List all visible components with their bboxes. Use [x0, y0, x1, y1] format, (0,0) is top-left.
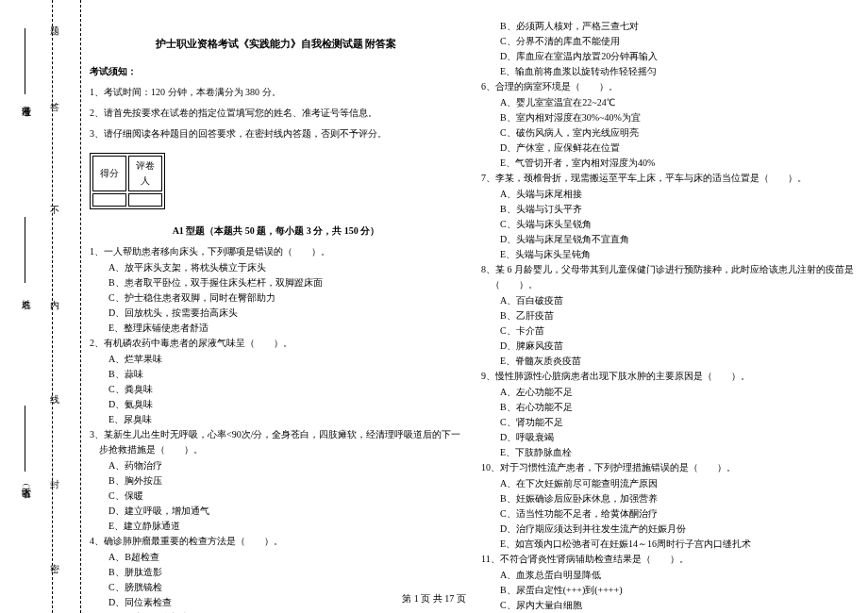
dashed-line-inner [80, 0, 81, 613]
question-option: C、头端与床头呈锐角 [481, 217, 854, 232]
score-value [92, 193, 126, 207]
left-column: 护士职业资格考试《实践能力》自我检测试题 附答案 考试须知： 1、考试时间：12… [90, 19, 462, 575]
question-option: A、百白破疫苗 [481, 293, 854, 308]
field-ticket-line [25, 28, 25, 94]
question-option: E、整理床铺使患者舒适 [90, 321, 462, 336]
question-option: B、头端与订头平齐 [481, 202, 854, 217]
question-stem: 2、有机磷农药中毒患者的尿液气味呈（ ）。 [90, 336, 462, 351]
right-column: B、必须两人核对，严格三查七对C、分界不清的库血不能使用D、库血应在室温内放置2… [481, 19, 854, 575]
section-a1-title: A1 型题（本题共 50 题，每小题 3 分，共 150 分） [90, 224, 462, 239]
question-option: E、输血前将血浆以旋转动作轻轻摇匀 [481, 64, 854, 79]
question-option: C、护士稳住患者双脚，同时在臀部助力 [90, 290, 462, 306]
question-option: A、药物治疗 [90, 458, 462, 473]
question-option: E、尿臭味 [90, 412, 462, 427]
question-stem: 8、某 6 月龄婴儿，父母带其到儿童保健门诊进行预防接种，此时应给该患儿注射的疫… [481, 262, 854, 292]
right-questions: B、必须两人核对，严格三查七对C、分界不清的库血不能使用D、库血应在室温内放置2… [481, 19, 854, 613]
question-option: E、如宫颈内口松弛者可在妊娠14～16周时行子宫内口缝扎术 [481, 537, 854, 552]
score-label: 得分 [92, 156, 126, 191]
question-option: C、适当性功能不足者，给黄体酮治疗 [481, 506, 854, 522]
page-footer: 第 1 页 共 17 页 [0, 592, 868, 605]
question-option: C、破伤风病人，室内光线应明亮 [481, 125, 854, 141]
question-option: D、头端与床尾呈锐角不宜直角 [481, 232, 854, 247]
instruction-line: 2、请首先按要求在试卷的指定位置填写您的姓名、准考证号等信息。 [90, 106, 462, 121]
question-option: D、建立呼吸，增加通气 [90, 504, 462, 519]
question-stem: 6、合理的病室环境是（ ）。 [481, 79, 854, 94]
question-option: B、右心功能不足 [481, 400, 854, 415]
dashed-line-outer [52, 0, 53, 613]
left-questions: 1、一人帮助患者移向床头，下列哪项是错误的（ ）。A、放平床头支架，将枕头横立于… [90, 244, 462, 613]
question-stem: 4、确诊肺肿瘤最重要的检查方法是（ ）。 [90, 534, 462, 549]
seal-label-6: 答 [47, 94, 60, 100]
exam-title: 护士职业资格考试《实践能力》自我检测试题 附答案 [90, 36, 462, 53]
question-option: E、气管切开者，室内相对湿度为40% [481, 156, 854, 171]
question-option: B、胼肽造影 [90, 565, 462, 580]
question-option: B、室内相对湿度在30%~40%为宜 [481, 110, 854, 125]
question-option: B、乙肝疫苗 [481, 308, 854, 323]
question-option: D、回放枕头，按需要抬高床头 [90, 306, 462, 321]
question-option: C、肾功能不足 [481, 415, 854, 430]
question-option: A、放平床头支架，将枕头横立于床头 [90, 260, 462, 275]
question-option: A、婴儿室室温宜在22~24℃ [481, 95, 854, 110]
question-option: E、脊髓灰质炎疫苗 [481, 354, 854, 369]
question-option: E、建立静脉通道 [90, 519, 462, 534]
seal-label-1: 密 [47, 556, 60, 562]
question-option: C、分界不清的库血不能使用 [481, 34, 854, 49]
question-option: D、氨臭味 [90, 397, 462, 412]
question-option: E、头端与床头呈钝角 [481, 247, 854, 262]
question-option: C、卡介苗 [481, 323, 854, 339]
question-option: B、必须两人核对，严格三查七对 [481, 19, 854, 34]
question-option: B、蒜味 [90, 367, 462, 382]
seal-label-7: 题 [47, 19, 60, 25]
seal-label-2: 封 [47, 472, 60, 477]
question-option: B、胸外按压 [90, 473, 462, 489]
question-option: B、妊娠确诊后应卧床休息，加强营养 [481, 491, 854, 506]
field-province-line [25, 406, 25, 472]
question-option: A、血浆总蛋白明显降低 [481, 568, 854, 583]
question-option: A、烂苹果味 [90, 352, 462, 367]
question-option: E、尿液细胞学检查 [90, 610, 462, 613]
binding-margin: 题 答 不 内 线 封 密 省（市区） 姓名 准考证号 [9, 0, 75, 613]
question-option: D、治疗期应须达到并往发生流产的妊娠月份 [481, 522, 854, 537]
content-area: 护士职业资格考试《实践能力》自我检测试题 附答案 考试须知： 1、考试时间：12… [90, 19, 854, 575]
question-option: D、产休室，应保鲜花在位置 [481, 141, 854, 156]
question-option: E、下肢静脉血栓 [481, 445, 854, 460]
instruction-line: 1、考试时间：120 分钟，本卷满分为 380 分。 [90, 85, 462, 100]
question-option: A、头端与床尾相接 [481, 187, 854, 202]
question-option: A、在下次妊娠前尽可能查明流产原因 [481, 476, 854, 491]
question-stem: 1、一人帮助患者移向床头，下列哪项是错误的（ ）。 [90, 244, 462, 259]
marker-label: 评卷人 [128, 156, 162, 191]
question-option: D、脾麻风疫苗 [481, 339, 854, 354]
question-stem: 3、某新生儿出生时无呼吸，心率<90次/分，全身苍白，四肢瘫软，经清理呼吸道后的… [90, 427, 462, 457]
seal-label-4: 内 [47, 292, 60, 298]
notice-head: 考试须知： [90, 64, 462, 79]
instructions-block: 1、考试时间：120 分钟，本卷满分为 380 分。2、请首先按要求在试卷的指定… [90, 85, 462, 141]
marker-value [128, 193, 162, 207]
question-option: A、左心功能不足 [481, 385, 854, 400]
seal-label-5: 不 [47, 198, 60, 204]
question-stem: 11、不符合肾炎性肾病辅助检查结果是（ ）。 [481, 552, 854, 567]
instruction-line: 3、请仔细阅读各种题目的回答要求，在密封线内答题，否则不予评分。 [90, 126, 462, 141]
field-name-line [25, 217, 25, 283]
question-option: C、粪臭味 [90, 382, 462, 397]
question-option: B、患者取平卧位，双手握住床头栏杆，双脚蹬床面 [90, 275, 462, 290]
score-table: 得分 评卷人 [90, 153, 165, 209]
question-option: C、保暖 [90, 489, 462, 504]
question-stem: 9、慢性肺源性心脏病患者出现下肢水肿的主要原因是（ ）。 [481, 369, 854, 384]
question-option: A、B超检查 [90, 550, 462, 565]
question-option: D、库血应在室温内放置20分钟再输入 [481, 49, 854, 64]
question-stem: 10、对于习惯性流产患者，下列护理措施错误的是（ ）。 [481, 460, 854, 475]
question-stem: 7、李某，颈椎骨折，现需搬运至平车上床，平车与床的适当位置是（ ）。 [481, 171, 854, 186]
seal-label-3: 线 [47, 387, 60, 392]
question-option: D、呼吸衰竭 [481, 430, 854, 445]
